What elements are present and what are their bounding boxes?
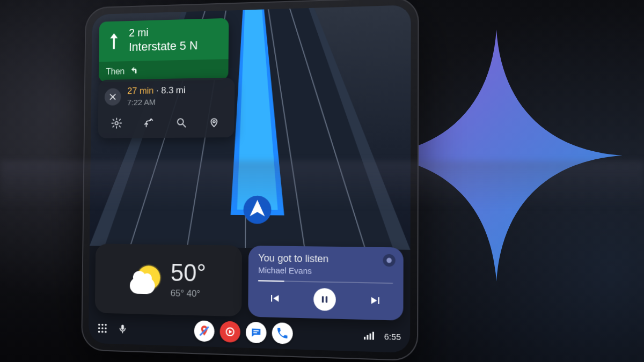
weather-temp: 50°	[171, 261, 206, 285]
svg-point-26	[105, 331, 107, 333]
svg-point-13	[178, 119, 184, 124]
svg-point-18	[98, 324, 100, 326]
svg-point-12	[115, 122, 118, 125]
nav-distance: 2 mi	[129, 26, 198, 39]
pause-button[interactable]	[313, 288, 336, 311]
map-view[interactable]: 2 mi Interstate 5 N Then	[90, 5, 411, 250]
eta-tools	[104, 112, 227, 133]
device-frame: 2 mi Interstate 5 N Then	[83, 6, 416, 350]
location-pin-icon[interactable]	[203, 112, 225, 132]
svg-marker-30	[229, 330, 232, 334]
svg-rect-27	[121, 324, 124, 329]
svg-point-19	[101, 324, 104, 326]
svg-point-15	[213, 121, 215, 123]
svg-rect-32	[253, 332, 257, 333]
phone-app-icon[interactable]	[272, 322, 293, 344]
track-title: You got to listen	[258, 253, 393, 267]
screen: 2 mi Interstate 5 N Then	[89, 5, 411, 353]
eta-duration: 27 min	[127, 85, 154, 96]
scene-background: 2 mi Interstate 5 N Then	[0, 0, 644, 362]
weather-card[interactable]: 50° 65° 40°	[95, 243, 242, 316]
navigation-banner[interactable]: 2 mi Interstate 5 N Then	[99, 18, 229, 83]
album-art-icon	[383, 254, 395, 267]
next-track-button[interactable]	[369, 293, 383, 307]
music-card[interactable]: You got to listen Michael Evans	[248, 246, 404, 321]
signal-strength-icon	[364, 331, 374, 339]
youtube-music-app-icon[interactable]	[220, 321, 241, 343]
svg-rect-17	[326, 296, 328, 302]
voice-assistant-button[interactable]	[118, 323, 128, 335]
straight-arrow-icon	[106, 32, 122, 50]
cards-row: 50° 65° 40° You got to listen Michael Ev…	[95, 243, 404, 320]
eta-summary: 27 min · 8.3 mi	[127, 85, 186, 97]
track-artist: Michael Evans	[258, 265, 393, 277]
nav-then-label: Then	[106, 67, 125, 77]
alternate-routes-icon[interactable]	[138, 113, 159, 133]
svg-point-22	[101, 327, 104, 329]
playback-progress[interactable]	[258, 280, 393, 284]
svg-point-20	[105, 324, 107, 326]
svg-point-21	[98, 327, 100, 329]
svg-point-23	[105, 327, 107, 329]
svg-point-24	[98, 331, 100, 333]
eta-card[interactable]: 27 min · 8.3 mi 7:22 AM	[98, 78, 235, 138]
messages-app-icon[interactable]	[246, 322, 267, 344]
nav-road: Interstate 5 N	[129, 39, 198, 54]
app-launcher-button[interactable]	[97, 322, 108, 335]
eta-distance: 8.3 mi	[161, 85, 185, 95]
settings-icon[interactable]	[106, 113, 127, 132]
turn-left-icon	[130, 65, 140, 77]
svg-point-25	[101, 331, 104, 333]
search-icon[interactable]	[171, 113, 192, 132]
navigation-step: 2 mi Interstate 5 N	[99, 18, 229, 62]
svg-rect-31	[254, 330, 259, 331]
partly-cloudy-icon	[129, 262, 162, 297]
previous-track-button[interactable]	[268, 292, 281, 306]
status-time: 6:55	[384, 331, 401, 342]
weather-range: 65° 40°	[170, 288, 206, 300]
svg-rect-16	[322, 296, 324, 302]
close-nav-button[interactable]	[105, 88, 121, 105]
svg-line-14	[183, 124, 186, 127]
maps-app-icon[interactable]	[194, 320, 215, 342]
eta-arrival: 7:22 AM	[127, 97, 186, 107]
